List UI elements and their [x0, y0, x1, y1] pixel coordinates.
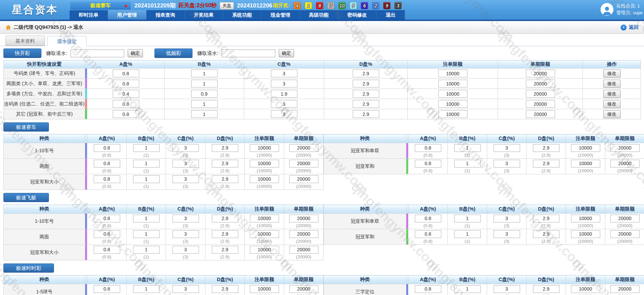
limit-input[interactable]: [289, 215, 318, 222]
section-button[interactable]: 极速时时彩: [3, 263, 54, 273]
limit-input[interactable]: [250, 285, 279, 293]
odds-input[interactable]: [212, 285, 238, 293]
odds-input[interactable]: [533, 215, 559, 222]
limit-input[interactable]: [610, 144, 640, 152]
odds-input[interactable]: [353, 70, 379, 77]
odds-input[interactable]: [494, 215, 520, 222]
limit-input[interactable]: [610, 285, 640, 293]
odds-input[interactable]: [113, 110, 139, 118]
tab-rebate-settings[interactable]: 退水设定: [47, 36, 87, 46]
odds-input[interactable]: [191, 70, 218, 77]
limit-input[interactable]: [289, 144, 318, 152]
nav-item[interactable]: 密码修改: [338, 10, 376, 20]
odds-input[interactable]: [212, 246, 238, 254]
limit-input[interactable]: [438, 80, 467, 87]
nav-item[interactable]: 用户管理: [108, 10, 146, 20]
odds-input[interactable]: [172, 285, 199, 293]
close-plate-button[interactable]: 关盘: [220, 2, 234, 9]
limit-input[interactable]: [250, 160, 279, 168]
odds-input[interactable]: [212, 230, 238, 238]
limit-input[interactable]: [250, 230, 279, 238]
odds-input[interactable]: [494, 230, 520, 238]
odds-input[interactable]: [94, 175, 120, 183]
nav-item[interactable]: 报表查询: [146, 10, 185, 20]
modify-button[interactable]: 修改: [603, 110, 621, 118]
limit-input[interactable]: [250, 215, 279, 222]
odds-input[interactable]: [454, 144, 481, 152]
odds-input[interactable]: [191, 100, 218, 108]
odds-input[interactable]: [133, 285, 160, 293]
modify-button[interactable]: 修改: [603, 70, 621, 78]
odds-input[interactable]: [353, 110, 379, 118]
odds-input[interactable]: [212, 175, 238, 183]
limit-input[interactable]: [526, 90, 555, 98]
odds-input[interactable]: [133, 215, 160, 222]
odds-input[interactable]: [172, 144, 199, 152]
odds-input[interactable]: [353, 80, 379, 87]
section-button[interactable]: 极速飞艇: [3, 193, 49, 202]
section-button[interactable]: 极速赛车: [3, 122, 49, 132]
quick-lottery-button[interactable]: 快开彩: [3, 48, 41, 58]
limit-input[interactable]: [289, 285, 318, 293]
odds-input[interactable]: [212, 215, 238, 222]
limit-input[interactable]: [289, 160, 318, 168]
rebate-input-quick[interactable]: [71, 50, 124, 57]
limit-input[interactable]: [610, 215, 640, 222]
limit-input[interactable]: [438, 70, 467, 77]
odds-input[interactable]: [454, 285, 481, 293]
odds-input[interactable]: [133, 230, 160, 238]
limit-input[interactable]: [571, 230, 600, 238]
odds-input[interactable]: [212, 160, 238, 168]
limit-input[interactable]: [610, 160, 640, 168]
game-selector[interactable]: 极速赛车 ◆: [70, 1, 131, 10]
limit-input[interactable]: [250, 144, 279, 152]
limit-input[interactable]: [289, 230, 318, 238]
odds-input[interactable]: [191, 80, 218, 87]
odds-input[interactable]: [172, 160, 199, 168]
odds-input[interactable]: [494, 160, 520, 168]
limit-input[interactable]: [571, 144, 600, 152]
limit-input[interactable]: [289, 175, 318, 183]
odds-input[interactable]: [271, 100, 297, 108]
odds-input[interactable]: [94, 246, 120, 254]
odds-input[interactable]: [113, 70, 139, 77]
odds-input[interactable]: [94, 230, 120, 238]
nav-item[interactable]: 即时注单: [70, 10, 108, 20]
nav-item[interactable]: 现金管理: [261, 10, 300, 20]
odds-input[interactable]: [271, 80, 297, 87]
odds-input[interactable]: [172, 230, 199, 238]
confirm-button-lowfreq[interactable]: 确定: [279, 49, 294, 57]
odds-input[interactable]: [271, 90, 297, 98]
nav-item[interactable]: 系统功能: [223, 10, 261, 20]
odds-input[interactable]: [353, 100, 379, 108]
limit-input[interactable]: [526, 80, 555, 87]
odds-input[interactable]: [533, 285, 559, 293]
odds-input[interactable]: [94, 144, 120, 152]
odds-input[interactable]: [133, 160, 160, 168]
odds-input[interactable]: [133, 246, 160, 254]
odds-input[interactable]: [191, 110, 218, 118]
limit-input[interactable]: [250, 246, 279, 254]
odds-input[interactable]: [271, 70, 297, 77]
nav-item[interactable]: 高级功能: [300, 10, 338, 20]
limit-input[interactable]: [526, 100, 555, 108]
modify-button[interactable]: 修改: [603, 100, 621, 108]
tab-basic-info[interactable]: 基本资料: [5, 36, 45, 46]
odds-input[interactable]: [454, 230, 481, 238]
odds-input[interactable]: [415, 160, 441, 168]
odds-input[interactable]: [113, 90, 139, 98]
limit-input[interactable]: [438, 100, 467, 108]
modify-button[interactable]: 修改: [603, 80, 621, 88]
limit-input[interactable]: [526, 70, 555, 77]
modify-button[interactable]: 修改: [603, 90, 621, 98]
odds-input[interactable]: [415, 215, 441, 222]
limit-input[interactable]: [250, 175, 279, 183]
odds-input[interactable]: [353, 90, 379, 98]
odds-input[interactable]: [172, 215, 199, 222]
odds-input[interactable]: [94, 285, 120, 293]
odds-input[interactable]: [415, 144, 441, 152]
odds-input[interactable]: [191, 90, 218, 98]
odds-input[interactable]: [94, 160, 120, 168]
odds-input[interactable]: [133, 144, 160, 152]
confirm-button-quick[interactable]: 确定: [128, 49, 143, 57]
